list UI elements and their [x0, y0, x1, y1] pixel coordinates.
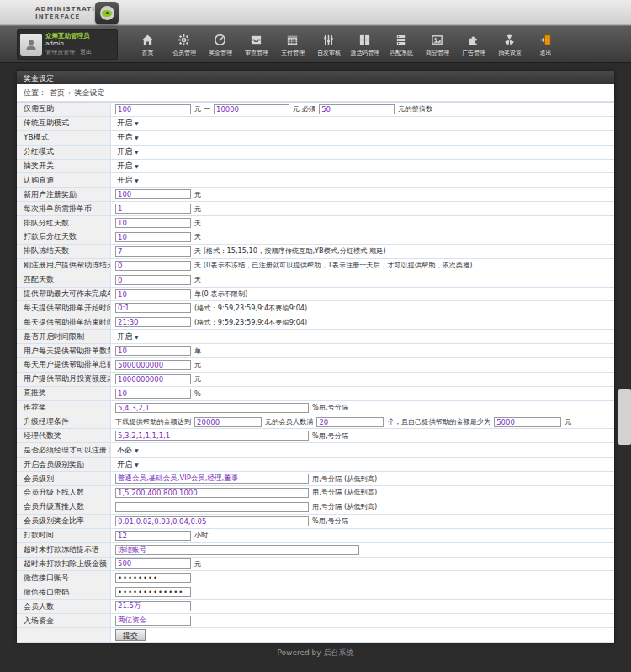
field-label: 直推奖: [17, 387, 111, 400]
text-input-row32-0[interactable]: [115, 558, 191, 569]
select-row4[interactable]: 开启▼: [115, 160, 141, 172]
field-value-cell: 开启▼: [111, 458, 614, 471]
nav-item-11[interactable]: 退出: [528, 32, 564, 57]
field-value-cell: 用,号分隔 (从低到高): [111, 500, 614, 514]
field-value-cell: 元: [111, 373, 614, 386]
text-input-row21-0[interactable]: [115, 403, 309, 413]
select-row24[interactable]: 不必▼: [115, 444, 141, 457]
text-input-row22-1[interactable]: [194, 417, 262, 427]
text-input-row23-0[interactable]: [115, 431, 309, 441]
text-input-row8-0[interactable]: [115, 218, 191, 228]
form-row: 会员级别用,号分隔 (从低到高): [17, 472, 614, 486]
text-input-row18-0[interactable]: [115, 360, 191, 370]
gauge-icon: [214, 34, 226, 47]
text-input-row13-0[interactable]: [115, 289, 191, 299]
text-input-row0-4[interactable]: [319, 104, 395, 114]
nav-item-6[interactable]: 激活码管理: [347, 32, 383, 57]
text-input-row35-0[interactable]: [115, 601, 191, 611]
nav-item-label: 自发审核: [317, 49, 341, 56]
text-input-row10-0[interactable]: [115, 246, 191, 257]
field-label: 会员级别奖金比率: [17, 515, 111, 528]
nav-item-3[interactable]: 审查管理: [238, 32, 274, 57]
user-link-1[interactable]: 退出: [80, 49, 92, 56]
text-input-row14-0[interactable]: [115, 303, 191, 313]
text-input-row22-5[interactable]: [494, 417, 561, 427]
nav-item-1[interactable]: 会员管理: [166, 32, 202, 57]
select-row1[interactable]: 开启▼: [115, 117, 141, 130]
nav-item-9[interactable]: 广告管理: [455, 32, 491, 57]
nav-item-4[interactable]: 支付管理: [274, 32, 310, 57]
nav-item-5[interactable]: 自发审核: [310, 32, 347, 57]
form-row: 提供帮助最大可作未完成单数单(0 表示不限制): [17, 288, 614, 302]
nav-item-0[interactable]: 首页: [130, 32, 166, 57]
password-input-row34-0[interactable]: [115, 587, 191, 597]
text-input-row0-0[interactable]: [115, 104, 191, 114]
text-input-row28-0[interactable]: [115, 502, 309, 512]
form-row: 微信接口密码: [17, 585, 614, 600]
form-row: 是否必须经理才可以注册下级不必▼: [17, 443, 614, 458]
text-input-row29-0[interactable]: [115, 516, 309, 526]
breadcrumb-item-home[interactable]: 首页: [50, 87, 65, 98]
text-input-row22-3[interactable]: [316, 417, 384, 427]
select-row16[interactable]: 开启▼: [115, 331, 141, 343]
text-input-row36-0[interactable]: [115, 616, 191, 626]
nav-item-label: 退出: [540, 49, 552, 56]
field-label: 打款后分红天数: [17, 230, 111, 244]
breadcrumb: 位置： 首页 › 奖金设定: [17, 84, 614, 102]
text-input-row19-0[interactable]: [115, 374, 191, 384]
field-label: 会员升级下线人数: [17, 486, 111, 500]
text-input-row31-0[interactable]: [115, 545, 359, 555]
field-value-cell: 提交: [111, 628, 614, 642]
field-value-cell: 开启▼: [111, 160, 614, 173]
select-row3[interactable]: 开启▼: [115, 146, 141, 158]
nav-item-7[interactable]: 匹配系统: [383, 32, 419, 57]
text-input-row0-2[interactable]: [214, 104, 289, 114]
text-input-row27-0[interactable]: [115, 488, 309, 498]
text-input-row12-0[interactable]: [115, 275, 191, 285]
text-input-row17-0[interactable]: [115, 346, 191, 356]
field-label: 会员级别: [17, 472, 111, 485]
avatar: [20, 34, 42, 56]
text-input-row11-0[interactable]: [115, 261, 191, 271]
form-row: 抽奖开关开启▼: [17, 160, 614, 174]
select-row5[interactable]: 开启▼: [115, 174, 141, 187]
text-input-row20-0[interactable]: [115, 389, 191, 399]
text-input-row30-0[interactable]: [115, 531, 191, 541]
select-row25[interactable]: 开启▼: [115, 458, 141, 471]
field-hint: (格式：9:59,23:59,9:4不要输9:04): [194, 318, 307, 327]
field-label: 微信接口密码: [17, 585, 111, 599]
select-row2[interactable]: 开启▼: [115, 131, 141, 144]
user-icon: [24, 38, 38, 51]
field-label: 认购直通: [17, 173, 111, 187]
field-label: 每天提供帮助排单结束时间: [17, 315, 111, 329]
submit-button[interactable]: 提交: [115, 629, 146, 641]
text-input-row9-0[interactable]: [115, 232, 191, 242]
text-input-row26-0[interactable]: [115, 474, 309, 484]
field-value-cell: [111, 571, 614, 585]
field-value-cell: 单: [111, 344, 614, 357]
field-hint: 天: [194, 275, 201, 284]
field-value-cell: %: [111, 387, 614, 400]
sliders-icon: [322, 34, 335, 47]
field-label: 会员人数: [17, 600, 111, 613]
form-row: YB模式开启▼: [17, 131, 614, 146]
field-label: YB模式: [17, 131, 111, 145]
field-hint: 元: [194, 559, 201, 569]
field-label: 排队分红天数: [17, 216, 111, 230]
field-label: 传统互助模式: [17, 117, 111, 130]
field-label: 是否必须经理才可以注册下级: [17, 443, 111, 457]
user-link-0[interactable]: 管理员管理: [45, 49, 75, 56]
form-row: 排队冻结天数天 (格式：15,15,10，按顺序传统互助,YB模式,分红模式 顺…: [17, 245, 614, 259]
text-input-row7-0[interactable]: [115, 204, 191, 214]
nav-item-8[interactable]: 商品管理: [419, 32, 455, 57]
text-input-row6-0[interactable]: [115, 189, 191, 199]
password-input-row33-0[interactable]: [115, 573, 191, 583]
scrollbar-thumb[interactable]: [618, 389, 631, 445]
field-value-cell: [111, 614, 614, 627]
nav-item-label: 会员管理: [172, 49, 196, 56]
text-input-row15-0[interactable]: [115, 317, 191, 327]
field-hint: (格式：9:59,23:59,9:4不要输9:04): [194, 304, 307, 313]
nav-item-2[interactable]: 奖金管理: [202, 32, 238, 57]
user-role-title: 众筹互助管理员: [45, 32, 92, 40]
nav-item-10[interactable]: 抽奖设置: [491, 32, 528, 57]
